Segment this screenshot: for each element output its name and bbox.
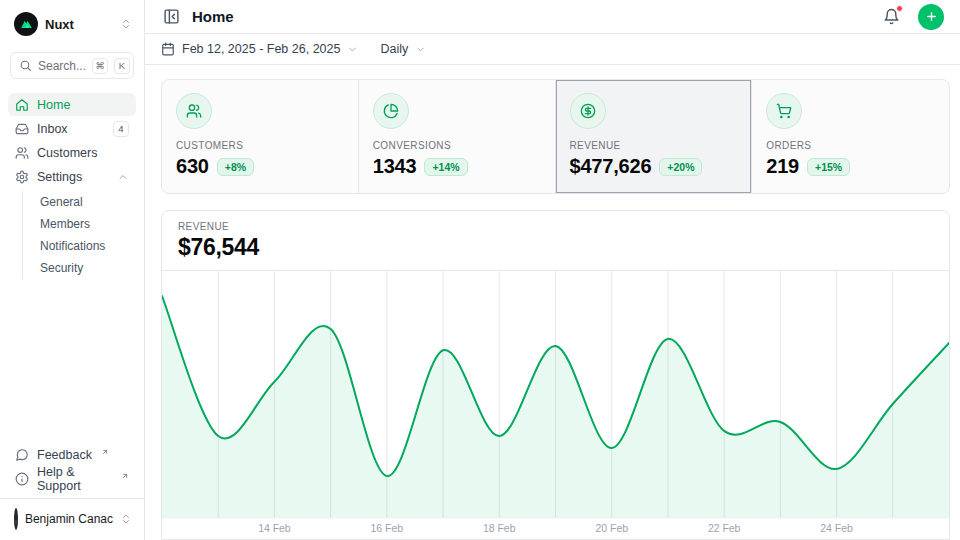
main-area: Home Feb 12, 2025 - Feb 26, 2025 Daily (145, 0, 960, 540)
footer-link-label: Feedback (37, 448, 92, 462)
help-support-link[interactable]: Help & Support (8, 467, 136, 490)
user-menu[interactable]: Benjamin Canac (0, 498, 144, 540)
stat-value: $477,626 (570, 155, 652, 178)
stat-card-orders[interactable]: ORDERS 219 +15% (752, 80, 949, 193)
gear-icon (15, 170, 29, 184)
sidebar-item-customers[interactable]: Customers (8, 141, 136, 164)
sidebar-item-label: Customers (37, 146, 97, 160)
settings-subnav: General Members Notifications Security (22, 191, 136, 279)
feedback-link[interactable]: Feedback (8, 443, 136, 466)
date-range-picker[interactable]: Feb 12, 2025 - Feb 26, 2025 (161, 42, 358, 56)
svg-text:18 Feb: 18 Feb (483, 523, 516, 534)
footer-link-label: Help & Support (37, 465, 112, 493)
stat-delta-badge: +8% (217, 158, 254, 176)
message-bubble-icon (15, 448, 29, 462)
chevron-up-down-icon (120, 513, 132, 525)
team-name: Nuxt (45, 17, 113, 32)
users-icon (176, 93, 212, 129)
sidebar-item-settings[interactable]: Settings (8, 165, 136, 188)
info-circle-icon (15, 472, 29, 486)
revenue-area-chart[interactable]: 14 Feb16 Feb18 Feb20 Feb22 Feb24 Feb (162, 271, 949, 539)
subitem-label: General (40, 195, 83, 209)
stat-delta-badge: +14% (424, 158, 467, 176)
subitem-label: Notifications (40, 239, 105, 253)
stat-value: 219 (766, 155, 799, 178)
plus-icon (925, 10, 938, 23)
sidebar-item-label: Settings (37, 170, 82, 184)
chevron-down-icon (347, 44, 358, 55)
notification-dot (896, 5, 903, 12)
interval-value: Daily (380, 42, 408, 56)
svg-text:16 Feb: 16 Feb (371, 523, 404, 534)
stats-row: CUSTOMERS 630 +8% CONVERSIONS 1343 +14% (161, 79, 950, 194)
dollar-circle-icon (570, 93, 606, 129)
inbox-count-badge: 4 (113, 121, 129, 137)
stat-delta-badge: +20% (659, 158, 702, 176)
chevron-up-down-icon (120, 18, 132, 30)
svg-text:24 Feb: 24 Feb (820, 523, 853, 534)
kbd-cmd: ⌘ (92, 58, 108, 74)
sidebar-nav: Home Inbox 4 Customers Settings (8, 93, 136, 281)
home-icon (15, 98, 29, 112)
stat-label: CUSTOMERS (176, 140, 344, 151)
chevron-down-icon (415, 44, 426, 55)
stat-value: 1343 (373, 155, 417, 178)
sidebar-item-label: Home (37, 98, 70, 112)
sidebar: Nuxt Search... ⌘ K Home Inbox 4 (0, 0, 145, 540)
sidebar-item-members[interactable]: Members (34, 213, 136, 235)
subitem-label: Members (40, 217, 90, 231)
nuxt-logo-icon (14, 12, 38, 36)
search-placeholder: Search... (38, 59, 86, 73)
sidebar-footer: Feedback Help & Support (8, 443, 136, 498)
stat-label: ORDERS (766, 140, 935, 151)
svg-text:20 Feb: 20 Feb (595, 523, 628, 534)
svg-text:22 Feb: 22 Feb (708, 523, 741, 534)
external-link-icon (121, 469, 129, 483)
search-input[interactable]: Search... ⌘ K (10, 52, 134, 79)
avatar (14, 508, 18, 530)
inbox-icon (15, 122, 29, 136)
stat-value: 630 (176, 155, 209, 178)
revenue-chart-card: REVENUE $76,544 14 Feb16 Feb18 Feb20 Feb… (161, 210, 950, 540)
page-header: Home (145, 0, 960, 34)
chart-metric-value: $76,544 (178, 234, 933, 261)
stat-card-customers[interactable]: CUSTOMERS 630 +8% (162, 80, 359, 193)
chart-header: REVENUE $76,544 (162, 211, 949, 271)
kbd-k: K (114, 58, 130, 74)
chevron-up-icon (117, 171, 129, 183)
sidebar-item-security[interactable]: Security (34, 257, 136, 279)
sidebar-item-general[interactable]: General (34, 191, 136, 213)
calendar-icon (161, 42, 175, 56)
sidebar-item-inbox[interactable]: Inbox 4 (8, 117, 136, 140)
notifications-button[interactable] (881, 6, 902, 27)
page-title: Home (192, 8, 871, 25)
stat-card-conversions[interactable]: CONVERSIONS 1343 +14% (359, 80, 556, 193)
dashboard-content: CUSTOMERS 630 +8% CONVERSIONS 1343 +14% (145, 65, 960, 540)
sidebar-item-notifications[interactable]: Notifications (34, 235, 136, 257)
chart-metric-label: REVENUE (178, 221, 933, 232)
sidebar-item-home[interactable]: Home (8, 93, 136, 116)
stat-label: REVENUE (570, 140, 738, 151)
stat-label: CONVERSIONS (373, 140, 541, 151)
svg-text:14 Feb: 14 Feb (258, 523, 291, 534)
team-switcher[interactable]: Nuxt (8, 10, 136, 38)
user-name: Benjamin Canac (25, 512, 113, 526)
filters-toolbar: Feb 12, 2025 - Feb 26, 2025 Daily (145, 34, 960, 65)
users-icon (15, 146, 29, 160)
sidebar-item-label: Inbox (37, 122, 68, 136)
external-link-icon (101, 445, 109, 459)
pie-chart-icon (373, 93, 409, 129)
add-button[interactable] (918, 4, 944, 30)
search-icon (19, 59, 32, 72)
interval-select[interactable]: Daily (380, 42, 426, 56)
stat-delta-badge: +15% (807, 158, 850, 176)
subitem-label: Security (40, 261, 83, 275)
stat-card-revenue[interactable]: REVENUE $477,626 +20% (556, 80, 753, 193)
date-range-value: Feb 12, 2025 - Feb 26, 2025 (182, 42, 340, 56)
collapse-sidebar-button[interactable] (161, 6, 182, 27)
shopping-cart-icon (766, 93, 802, 129)
panel-left-close-icon (163, 8, 180, 25)
